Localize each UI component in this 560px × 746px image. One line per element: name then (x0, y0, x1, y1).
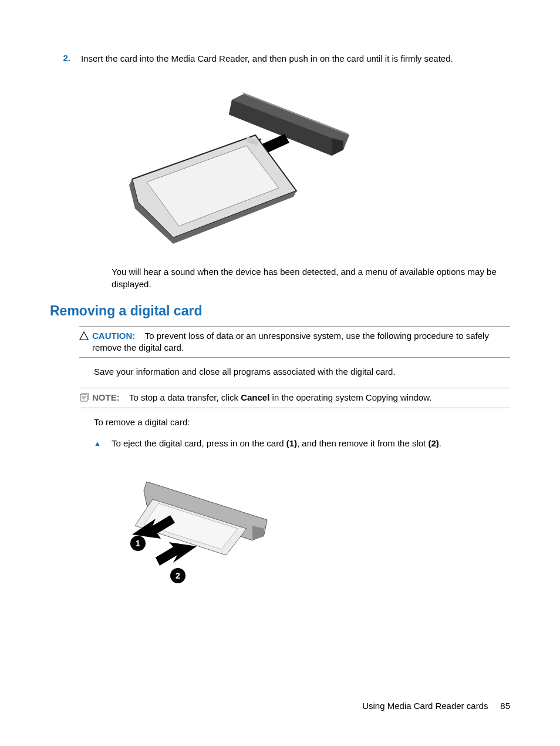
heading-removing-card: Removing a digital card (50, 303, 510, 319)
triangle-bullet-icon: ▲ (94, 438, 112, 449)
caution-label: CAUTION: (92, 331, 135, 341)
page-footer: Using Media Card Reader cards 85 (362, 701, 510, 711)
save-info-text: Save your information and close all prog… (94, 366, 510, 378)
to-remove-text: To remove a digital card: (94, 416, 510, 428)
note-icon (79, 392, 92, 404)
svg-rect-9 (80, 395, 87, 401)
eject-t1: To eject the digital card, press in on t… (112, 438, 286, 448)
eject-t2: , and then remove it from the slot (297, 438, 428, 448)
note-text-after: in the operating system Copying window. (269, 392, 431, 402)
step-text: Insert the card into the Media Card Read… (81, 53, 510, 65)
eject-b1: (1) (286, 438, 297, 448)
note-callout: NOTE: To stop a data transfer, click Can… (79, 388, 510, 408)
svg-marker-20 (156, 542, 197, 566)
note-cancel-bold: Cancel (241, 392, 269, 402)
svg-text:2: 2 (176, 571, 180, 580)
eject-t3: . (439, 438, 441, 448)
insert-card-illustration (114, 82, 510, 248)
caution-callout: CAUTION: To prevent loss of data or an u… (79, 326, 510, 358)
step-2: 2. Insert the card into the Media Card R… (50, 53, 510, 65)
page-number: 85 (500, 701, 510, 711)
note-label: NOTE: (92, 392, 120, 402)
svg-text:1: 1 (136, 539, 140, 548)
detect-sound-text: You will hear a sound when the device ha… (112, 266, 510, 290)
step-number: 2. (50, 53, 81, 65)
eject-step: ▲ To eject the digital card, press in on… (94, 438, 510, 449)
svg-marker-3 (332, 138, 343, 156)
note-text-before: To stop a data transfer, click (129, 392, 241, 402)
eject-b2: (2) (428, 438, 438, 448)
caution-text: To prevent loss of data or an unresponsi… (92, 331, 489, 352)
footer-text: Using Media Card Reader cards (362, 701, 488, 711)
caution-icon (79, 330, 92, 342)
remove-card-illustration: 1 2 (112, 467, 510, 598)
